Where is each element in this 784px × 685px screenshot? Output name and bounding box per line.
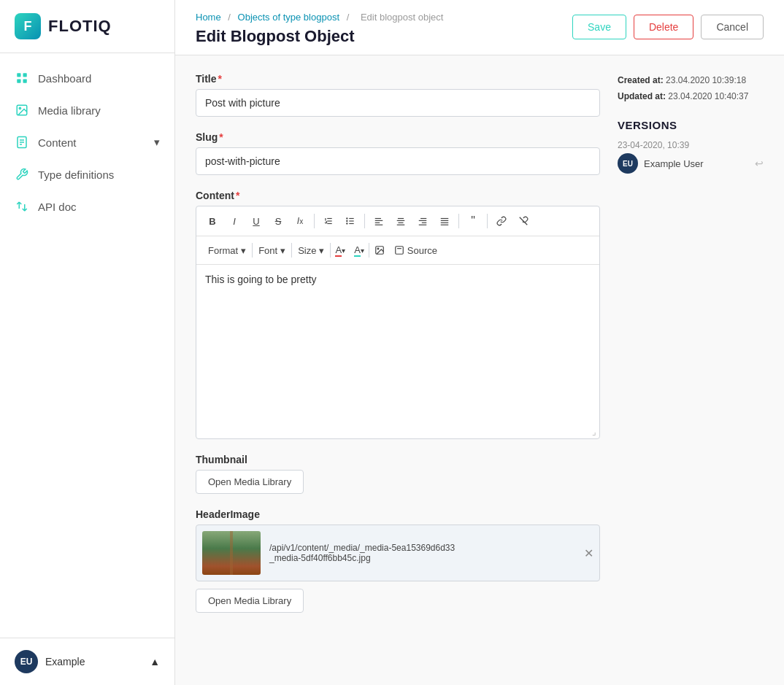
svg-rect-26 [397,225,405,225]
delete-button[interactable]: Delete [634,15,693,39]
svg-rect-21 [375,222,380,223]
clear-format-button[interactable]: Ix [290,211,310,231]
editor-body[interactable]: This is going to be pretty [196,265,599,425]
svg-rect-20 [375,220,383,221]
toolbar-sep1 [314,214,315,228]
version-user-name: Example User [644,158,704,169]
justify-button[interactable] [434,211,455,231]
open-media-library-button-2[interactable]: Open Media Library [196,589,304,613]
sidebar-item-media-label: Media library [38,104,160,117]
content-field-group: Content* B I U S Ix [196,190,600,439]
grid-icon [15,71,29,85]
file-icon [15,135,29,150]
toolbar-sep2 [364,214,365,228]
created-label: Created at: [618,75,664,85]
save-button[interactable]: Save [572,15,626,39]
link-button[interactable] [491,211,512,231]
logo-name: FLOTIQ [48,17,112,36]
content-label: Content* [196,190,600,201]
editor-content: This is going to be pretty [205,274,317,285]
updated-value: 23.04.2020 10:40:37 [668,91,748,101]
version-restore-icon[interactable]: ↩ [755,158,764,169]
svg-rect-32 [441,220,449,221]
editor-resize-handle[interactable]: ⌟ [196,425,599,438]
thumbnail-label: Thumbnail [196,454,600,465]
form-body: Title* Slug* Content* [175,55,784,645]
svg-rect-38 [396,247,404,255]
version-avatar: EU [618,153,638,174]
toolbar-sep3 [458,214,459,228]
version-date: 23-04-2020, 10:39 [618,140,764,150]
created-value: 23.04.2020 10:39:18 [666,75,746,85]
unlink-button[interactable] [513,211,534,231]
svg-rect-25 [399,222,404,223]
align-left-button[interactable] [369,211,389,231]
svg-rect-27 [420,218,426,219]
chevron-down-icon: ▾ [154,136,160,149]
sidebar-item-dashboard[interactable]: Dashboard [0,62,174,94]
chevron-up-icon[interactable]: ▲ [150,656,160,667]
logo-icon: F [15,13,41,39]
cancel-button[interactable]: Cancel [701,15,764,39]
strikethrough-button[interactable]: S [268,211,288,231]
italic-button[interactable]: I [224,211,245,231]
versions-section: VERSIONS 23-04-2020, 10:39 EU Example Us… [618,119,764,174]
sidebar-item-media-library[interactable]: Media library [0,94,174,126]
form-side-panel: Created at: 23.04.2020 10:39:18 Updated … [618,73,764,627]
sidebar-item-api-doc[interactable]: API doc [0,190,174,222]
source-button[interactable]: Source [390,240,442,260]
align-right-button[interactable] [412,211,433,231]
remove-image-button[interactable]: ✕ [584,546,593,560]
meta-info: Created at: 23.04.2020 10:39:18 Updated … [618,73,764,104]
header-image-path: /api/v1/content/_media/_media-5ea15369d6… [269,543,575,563]
sidebar: F FLOTIQ Dashboard Media library Content… [0,0,175,685]
title-input[interactable] [196,89,600,117]
format-dropdown[interactable]: Format ▾ [202,242,252,259]
underline-button[interactable]: U [246,211,266,231]
bg-color-chevron-icon: ▾ [361,247,364,255]
slug-field-group: Slug* [196,131,600,175]
bg-color-button[interactable]: A ▾ [350,240,369,260]
bold-button[interactable]: B [202,211,223,231]
svg-rect-19 [375,218,381,219]
svg-point-17 [347,220,347,221]
svg-rect-29 [422,222,426,223]
ordered-list-button[interactable] [318,211,339,231]
sidebar-item-type-definitions[interactable]: Type definitions [0,158,174,190]
action-buttons: Save Delete Cancel [572,15,764,39]
font-color-button[interactable]: A ▾ [331,240,350,260]
align-center-button[interactable] [391,211,411,231]
svg-rect-28 [419,220,427,221]
top-bar: Home / Objects of type blogpost / Edit b… [175,0,784,55]
sidebar-footer[interactable]: EU Example ▲ [0,638,174,685]
svg-rect-22 [375,225,383,225]
updated-label: Updated at: [618,91,666,101]
breadcrumb-sep2: / [347,12,352,23]
svg-point-5 [19,107,20,109]
font-dropdown[interactable]: Font ▾ [253,242,291,259]
sidebar-item-content-label: Content [38,136,145,149]
svg-rect-33 [441,222,449,223]
open-media-library-button[interactable]: Open Media Library [196,470,304,494]
user-name: Example [45,656,85,667]
blockquote-button[interactable]: " [463,211,483,231]
svg-rect-23 [398,218,404,219]
slug-input[interactable] [196,147,600,175]
breadcrumb-home[interactable]: Home [196,12,221,23]
svg-rect-0 [17,73,20,77]
size-chevron-icon: ▾ [319,245,324,256]
header-image-field-group: HeaderImage /api/v1/content/_media/_medi… [196,508,600,613]
breadcrumb-objects[interactable]: Objects of type blogpost [238,12,339,23]
size-dropdown[interactable]: Size ▾ [292,242,330,259]
thumbnail-field-group: Thumbnail Open Media Library [196,454,600,494]
editor-toolbar-top: B I U S Ix [196,206,599,236]
svg-rect-34 [441,225,449,225]
insert-image-button[interactable] [369,240,390,260]
avatar: EU [15,650,38,673]
sidebar-item-content[interactable]: Content ▾ [0,126,174,158]
unordered-list-button[interactable] [340,211,361,231]
content-area: Home / Objects of type blogpost / Edit b… [175,0,784,685]
svg-point-16 [347,218,347,219]
font-color-chevron-icon: ▾ [342,247,345,255]
format-chevron-icon: ▾ [241,245,246,256]
